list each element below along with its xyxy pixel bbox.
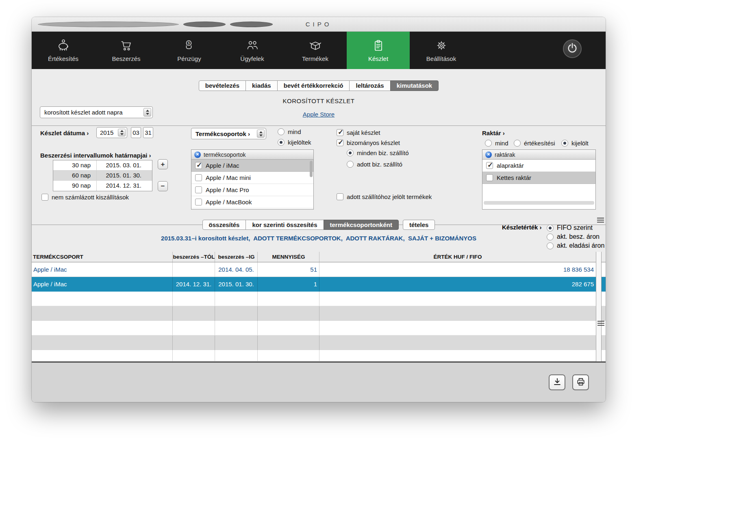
download-icon bbox=[552, 376, 563, 389]
month-field[interactable]: 03 bbox=[131, 127, 141, 138]
consignment-stock-checkbox[interactable]: bizományos készlet bbox=[337, 139, 400, 146]
add-interval-button[interactable]: + bbox=[158, 159, 168, 169]
print-button[interactable] bbox=[572, 374, 589, 390]
nav-label: Készlet bbox=[368, 55, 388, 62]
checkbox-icon bbox=[195, 162, 202, 169]
interval-row[interactable]: 30 nap 2015. 03. 01. bbox=[53, 160, 152, 171]
export-button[interactable] bbox=[549, 374, 565, 390]
list-item[interactable]: alapraktár bbox=[482, 160, 595, 172]
supplier-products-checkbox[interactable]: adott szállítóhoz jelölt termékek bbox=[337, 193, 432, 200]
minimize-button[interactable] bbox=[183, 22, 226, 27]
checkbox-icon bbox=[486, 174, 493, 181]
year-select[interactable]: 2015 bbox=[96, 127, 127, 138]
col-header-from: beszerzés –TÓL bbox=[173, 254, 215, 260]
table-row-empty bbox=[32, 350, 606, 361]
table-row-empty bbox=[32, 292, 606, 306]
list-header-label: raktárak bbox=[495, 151, 515, 158]
tab-bevetelezes[interactable]: bevételezés bbox=[199, 80, 246, 91]
zoom-button[interactable] bbox=[230, 22, 273, 27]
intervals-table: 30 nap 2015. 03. 01. 60 nap 2015. 01. 30… bbox=[53, 160, 152, 191]
radio-icon bbox=[347, 161, 354, 168]
table-row-selected[interactable]: Apple / iMac 2014. 12. 31. 2015. 01. 30.… bbox=[32, 277, 606, 292]
nav-beallitasok[interactable]: Beállítások bbox=[410, 32, 473, 69]
tab-kiadas[interactable]: kiadás bbox=[245, 80, 278, 91]
specific-supplier-radio[interactable]: adott biz. szállító bbox=[347, 161, 402, 168]
horizontal-scrollbar[interactable] bbox=[484, 201, 594, 205]
checkbox-icon bbox=[337, 139, 343, 146]
nav-label: Ügyfelek bbox=[240, 55, 264, 62]
clipboard-icon bbox=[371, 39, 385, 53]
warehouse-radio-selected[interactable]: kijelölt bbox=[561, 140, 589, 147]
intervals-label: Beszerzési intervallumok határnapjai › bbox=[40, 152, 151, 159]
scrollbar-thumb[interactable] bbox=[310, 161, 313, 177]
sales-price-radio[interactable]: akt. eladási áron bbox=[547, 242, 604, 249]
remove-interval-button[interactable]: − bbox=[158, 181, 168, 191]
list-item-label: Kettes raktár bbox=[497, 174, 531, 181]
gear-icon bbox=[434, 39, 448, 53]
nav-penzugy[interactable]: $ Pénzügy bbox=[158, 32, 221, 69]
checkbox-icon bbox=[195, 174, 202, 181]
radio-label: kijelölt bbox=[571, 140, 589, 147]
list-header-label: termékcsoportok bbox=[204, 151, 245, 158]
radio-icon bbox=[561, 140, 568, 147]
table-row-empty bbox=[32, 335, 606, 350]
table-row[interactable]: Apple / iMac 2014. 04. 05. 51 18 836 534 bbox=[32, 262, 606, 277]
radio-label: kijelöltek bbox=[288, 139, 311, 146]
page-title: KOROSÍTOTT KÉSZLET bbox=[32, 97, 606, 104]
titlebar: CIPO bbox=[32, 17, 606, 32]
close-button[interactable] bbox=[38, 22, 179, 27]
tab-termekcsoportonkent[interactable]: termékcsoportonként bbox=[324, 220, 399, 230]
splitter-grip-icon[interactable] bbox=[597, 321, 604, 326]
col-header-group: TERMÉKCSOPORT bbox=[33, 254, 83, 260]
nav-keszlet[interactable]: Készlet bbox=[347, 32, 410, 69]
people-icon bbox=[245, 39, 259, 53]
tab-teteles[interactable]: tételes bbox=[403, 220, 435, 230]
tab-kimutatasok[interactable]: kimutatások bbox=[390, 80, 439, 91]
product-groups-radio-selected[interactable]: kijelöltek bbox=[278, 139, 311, 146]
tab-osszesites[interactable]: összesítés bbox=[202, 220, 246, 230]
splitter-grip-icon[interactable] bbox=[597, 218, 604, 223]
list-item[interactable]: Apple / iMac bbox=[191, 160, 313, 172]
clear-selection-icon[interactable] bbox=[485, 151, 492, 158]
product-groups-select[interactable]: Termékcsoportok › bbox=[191, 128, 266, 139]
store-link[interactable]: Apple Store bbox=[303, 111, 335, 118]
unbilled-shipments-checkbox[interactable]: nem számlázott kiszállítások bbox=[41, 194, 129, 201]
power-button[interactable] bbox=[563, 39, 582, 58]
nav-termekek[interactable]: Termékek bbox=[284, 32, 347, 69]
nav-ugyfelek[interactable]: Ügyfelek bbox=[221, 32, 284, 69]
report-select-value: korosított készlet adott napra bbox=[44, 109, 123, 116]
list-item[interactable]: Apple / MacBook bbox=[191, 196, 313, 208]
all-suppliers-radio[interactable]: minden biz. szállító bbox=[347, 149, 409, 156]
window-title: CIPO bbox=[306, 21, 332, 28]
warehouse-radio-sales[interactable]: értékesítési bbox=[514, 140, 555, 147]
list-item[interactable]: Kettes raktár bbox=[482, 172, 595, 184]
nav-label: Beállítások bbox=[426, 55, 456, 62]
tab-leltarozas[interactable]: leltározás bbox=[349, 80, 390, 91]
checkbox-label: adott szállítóhoz jelölt termékek bbox=[347, 193, 432, 200]
list-item[interactable]: Apple / Mac Pro bbox=[191, 184, 313, 196]
cell-qty: 51 bbox=[258, 262, 319, 277]
svg-text:$: $ bbox=[187, 41, 189, 45]
own-stock-checkbox[interactable]: saját készlet bbox=[337, 129, 380, 136]
clear-selection-icon[interactable] bbox=[194, 151, 201, 158]
interval-row[interactable]: 90 nap 2014. 12. 31. bbox=[53, 181, 152, 191]
nav-ertekesites[interactable]: Értékesítés bbox=[32, 32, 95, 69]
list-item[interactable]: Apple / Mac mini bbox=[191, 172, 313, 184]
cell-from bbox=[173, 262, 215, 277]
nav-label: Termékek bbox=[302, 55, 328, 62]
report-select[interactable]: korosított készlet adott napra bbox=[40, 106, 153, 118]
tab-bevet-ertekkorrekcio[interactable]: bevét értékkorrekció bbox=[277, 80, 350, 91]
tab-kor-szerinti-osszesites[interactable]: kor szerinti összesítés bbox=[245, 220, 324, 230]
warehouse-radio-all[interactable]: mind bbox=[485, 140, 508, 147]
vertical-scrollbar[interactable] bbox=[596, 252, 602, 361]
cell-to: 2015. 01. 30. bbox=[215, 277, 258, 292]
product-groups-radio-all[interactable]: mind bbox=[278, 128, 301, 135]
radio-label: mind bbox=[288, 128, 301, 135]
interval-row[interactable]: 60 nap 2015. 01. 30. bbox=[53, 171, 152, 181]
coins-icon: $ bbox=[182, 39, 196, 53]
list-item-label: alapraktár bbox=[497, 162, 524, 169]
nav-beszerzes[interactable]: Beszerzés bbox=[95, 32, 158, 69]
day-field[interactable]: 31 bbox=[143, 127, 153, 138]
cell-from: 2014. 12. 31. bbox=[173, 277, 215, 292]
checkbox-icon bbox=[41, 194, 48, 201]
